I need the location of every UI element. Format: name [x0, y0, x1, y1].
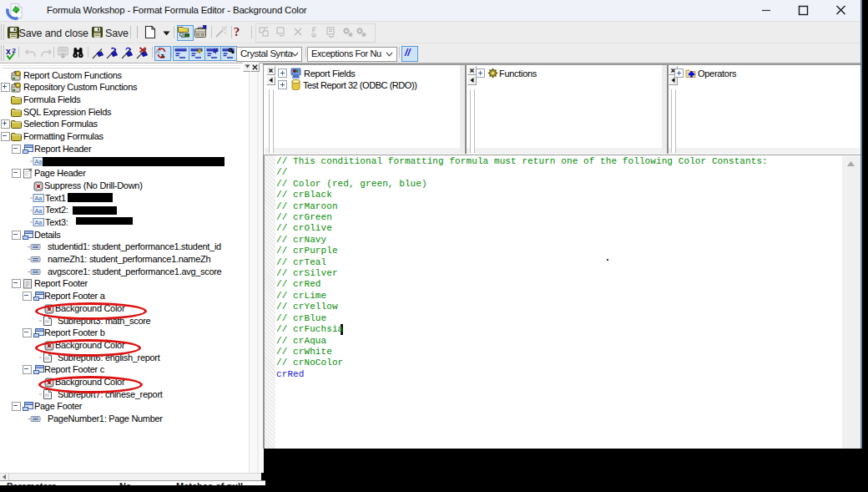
svg-text:x: x: [6, 47, 11, 56]
svg-text:Aa: Aa: [35, 195, 43, 202]
svg-text:z: z: [161, 52, 164, 59]
svg-text:Aa: Aa: [35, 206, 43, 214]
svg-text:Aa: Aa: [35, 158, 43, 165]
svg-text:Aa: Aa: [35, 219, 43, 226]
